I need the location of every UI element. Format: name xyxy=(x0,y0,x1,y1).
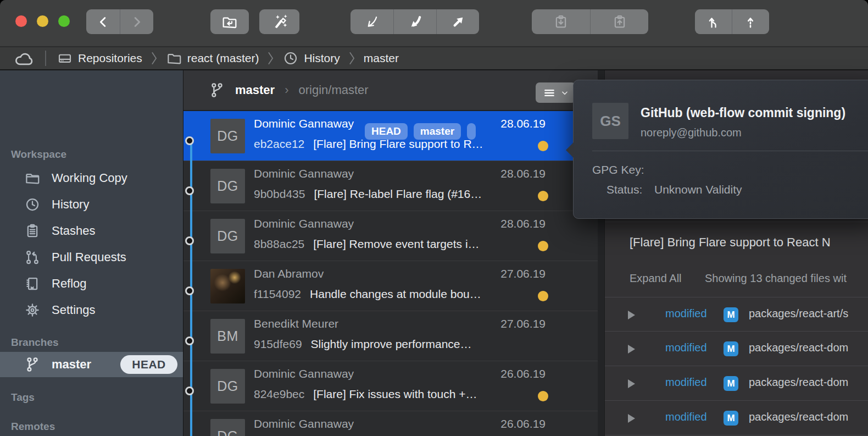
commit-hash: 915dfe69 xyxy=(254,338,302,350)
commit-hash: eb2ace12 xyxy=(254,137,304,150)
commit-row[interactable]: Dan Abramov 27.06.19 f1154092Handle chan… xyxy=(183,261,598,311)
sidebar-item-pull-requests[interactable]: Pull Requests xyxy=(0,244,183,271)
dashed-arrow-up-icon xyxy=(743,14,758,30)
commit-row[interactable]: DG Dominic Gannaway 28.06.19 9b0bd435[Fl… xyxy=(183,161,598,211)
breadcrumb-repo[interactable]: react (master) xyxy=(166,50,259,67)
sidebar-item-label: Pull Requests xyxy=(52,250,126,264)
stash-segment xyxy=(532,9,648,34)
sidebar-item-label: Settings xyxy=(52,303,96,317)
modified-badge: M xyxy=(724,307,738,322)
branch-icon xyxy=(24,356,41,373)
breadcrumb-repositories[interactable]: Repositories xyxy=(57,50,142,67)
chevron-separator: › xyxy=(285,83,288,97)
push-button[interactable] xyxy=(436,9,479,34)
gear-icon xyxy=(24,301,41,319)
sidebar-item-label: History xyxy=(52,197,89,212)
commit-row[interactable]: DG Dominic Gannaway 26.06.19 824e9bec[Fl… xyxy=(183,361,598,411)
commit-message: [Flare] Bring Flare support to R… xyxy=(313,137,483,150)
commit-row[interactable]: DG Dominic Gannaway 26.06.19 xyxy=(183,411,598,436)
avatar-photo xyxy=(210,269,245,303)
modified-badge: M xyxy=(724,376,738,391)
forward-button[interactable] xyxy=(120,9,153,34)
commit-list: master › origin/master DG Dominic Gannaw… xyxy=(183,70,598,436)
file-status: modified xyxy=(665,376,707,389)
fetch-button[interactable] xyxy=(350,9,393,34)
breadcrumb-history[interactable]: History xyxy=(282,50,340,67)
commit-message: [Flare] Fix issues with touch +… xyxy=(313,388,477,400)
sidebar-section-workspace: Workspace xyxy=(11,148,66,161)
sidebar-item-settings[interactable]: Settings xyxy=(0,297,183,323)
commit-date: 28.06.19 xyxy=(500,117,546,130)
modified-badge: M xyxy=(724,341,738,356)
commit-graph-node xyxy=(185,336,194,345)
sidebar-item-label: Working Copy xyxy=(52,171,127,185)
list-options-button[interactable] xyxy=(536,82,576,103)
file-row[interactable]: modified M packages/react-dom xyxy=(605,401,868,435)
cloud-icon[interactable] xyxy=(14,51,35,66)
breadcrumb-branch[interactable]: master xyxy=(364,52,399,65)
merge-button[interactable] xyxy=(695,9,732,34)
commit-author: Benedikt Meurer xyxy=(254,317,338,330)
file-status: modified xyxy=(665,307,707,320)
breadcrumb: Repositories react (master) History xyxy=(0,47,868,70)
stash-button[interactable] xyxy=(532,9,590,34)
sidebar-item-working-copy[interactable]: Working Copy xyxy=(0,165,183,191)
sidebar-item-branch-master[interactable]: master HEAD xyxy=(0,352,183,377)
chevron-right-icon xyxy=(267,52,274,65)
disclosure-triangle-icon[interactable] xyxy=(628,311,635,319)
file-path: packages/react-dom xyxy=(749,376,868,389)
commit-graph-node xyxy=(185,286,194,295)
commit-graph-node xyxy=(185,236,194,245)
hamburger-menu-icon xyxy=(542,86,557,100)
disclosure-triangle-icon[interactable] xyxy=(628,414,635,423)
expand-all-button[interactable]: Expand All xyxy=(630,272,682,285)
titlebar xyxy=(0,0,868,47)
sidebar-item-history[interactable]: History xyxy=(0,191,183,218)
chevron-right-icon xyxy=(129,14,144,30)
open-repository-button[interactable] xyxy=(210,9,249,34)
breadcrumb-label: master xyxy=(364,52,399,65)
back-button[interactable] xyxy=(86,9,120,34)
commit-row[interactable]: DG Dominic Gannaway 28.06.19 8b88ac25[Fl… xyxy=(183,211,598,261)
breadcrumb-divider xyxy=(45,51,46,66)
commit-hash: f1154092 xyxy=(254,288,301,300)
folder-icon xyxy=(166,50,182,67)
commit-status-dot xyxy=(538,241,548,251)
commit-row[interactable]: BM Benedikt Meurer 27.06.19 915dfe69Slig… xyxy=(183,311,598,361)
commit-graph-node xyxy=(185,387,194,395)
pop-stash-button[interactable] xyxy=(590,9,648,34)
file-row[interactable]: modified M packages/react-art/s xyxy=(605,297,868,332)
commit-message: [Flare] Remove event targets i… xyxy=(313,238,479,250)
commit-date: 27.06.19 xyxy=(500,267,546,280)
file-row[interactable]: modified M packages/react-dom xyxy=(605,366,868,401)
commit-hash: 9b0bd435 xyxy=(254,187,305,200)
commit-date: 26.06.19 xyxy=(500,417,546,431)
zoom-button[interactable] xyxy=(58,15,70,27)
minimize-button[interactable] xyxy=(37,15,48,27)
quick-launch-button[interactable] xyxy=(259,9,299,34)
file-row[interactable]: modified M packages/react-dom xyxy=(605,332,868,366)
avatar: DG xyxy=(210,369,245,404)
sidebar-section-branches: Branches xyxy=(11,336,59,349)
tracking-branch: origin/master xyxy=(298,83,368,97)
sidebar-item-stashes[interactable]: Stashes xyxy=(0,218,183,244)
sidebar-item-label: Stashes xyxy=(52,224,96,238)
status-label: Status: xyxy=(607,183,642,196)
commit-author: Dominic Gannaway xyxy=(254,117,354,130)
commit-author: Dan Abramov xyxy=(254,267,324,280)
breadcrumb-label: Repositories xyxy=(78,52,142,65)
disclosure-triangle-icon[interactable] xyxy=(628,345,635,354)
drive-icon xyxy=(57,50,73,67)
sidebar-item-reflog[interactable]: Reflog xyxy=(0,271,183,297)
modified-badge: M xyxy=(724,411,738,426)
rebase-button[interactable] xyxy=(732,9,769,34)
commit-status-dot xyxy=(538,191,548,201)
navigation-segment xyxy=(86,9,153,34)
avatar: DG xyxy=(210,219,245,253)
close-button[interactable] xyxy=(15,15,27,27)
disclosure-triangle-icon[interactable] xyxy=(628,379,635,388)
breadcrumb-label: History xyxy=(304,52,340,65)
commit-row[interactable]: DG Dominic Gannaway HEAD master 28.06.19… xyxy=(183,111,598,161)
pull-button[interactable] xyxy=(393,9,436,34)
commit-status-dot xyxy=(538,141,548,151)
